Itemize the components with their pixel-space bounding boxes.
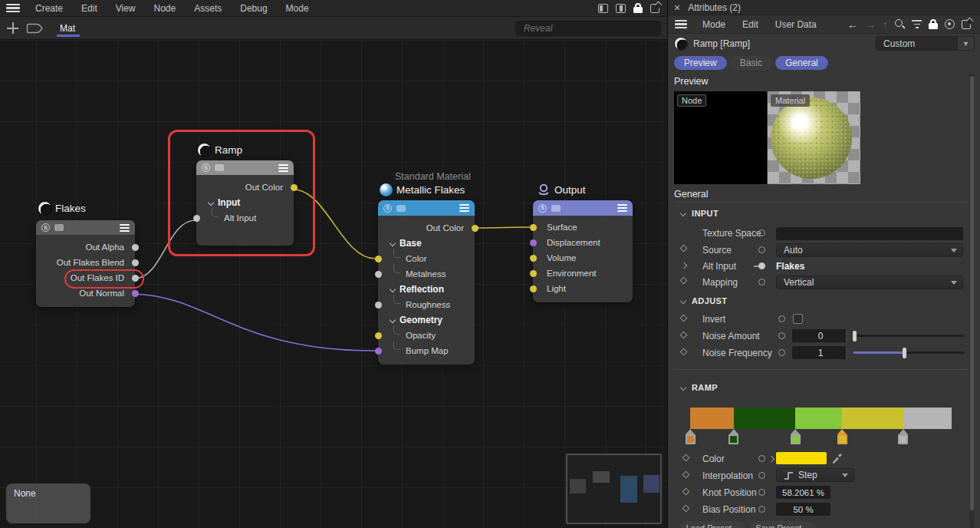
noise-amount-port[interactable] xyxy=(778,332,785,339)
bias-position-keyframe-diamond[interactable] xyxy=(682,505,690,513)
alt-input-port-connected[interactable] xyxy=(758,262,765,269)
slider-handle[interactable] xyxy=(903,348,906,358)
flakes-node[interactable]: S Out Alpha Out Flakes Blend Out Flakes … xyxy=(36,220,135,307)
parent-up-icon[interactable]: ↑ xyxy=(883,19,888,30)
solo-icon[interactable]: S xyxy=(383,204,392,213)
port-dot-roughness[interactable] xyxy=(375,302,382,309)
panel-scrollbar[interactable] xyxy=(969,74,974,528)
eyedropper-icon[interactable] xyxy=(831,451,844,464)
noise-frequency-keyframe-diamond[interactable] xyxy=(680,348,688,356)
lock-icon[interactable] xyxy=(633,3,643,13)
tab-preview[interactable]: Preview xyxy=(674,56,727,70)
ramp-node-header[interactable]: S xyxy=(196,160,294,175)
reflection-group-row[interactable]: Reflection xyxy=(378,282,475,297)
wire-outcolor-to-surface[interactable] xyxy=(475,227,532,228)
detach-window-icon[interactable] xyxy=(650,4,659,13)
color-port[interactable] xyxy=(758,455,765,462)
interpolation-dropdown[interactable]: Step xyxy=(776,468,854,482)
preview-icon[interactable] xyxy=(396,205,406,212)
history-back-icon[interactable]: ← xyxy=(847,19,858,30)
noise-amount-slider[interactable] xyxy=(853,335,965,337)
chevron-right-icon[interactable] xyxy=(768,456,774,462)
solo-icon[interactable]: S xyxy=(41,223,50,232)
mapping-keyframe-diamond[interactable] xyxy=(680,277,688,285)
tab-general[interactable]: General xyxy=(775,56,828,70)
preview-icon[interactable] xyxy=(215,164,224,171)
add-tab-icon[interactable] xyxy=(7,22,18,34)
spinner-handle[interactable] xyxy=(846,346,849,359)
menu-assets[interactable]: Assets xyxy=(185,3,231,14)
wire-outcolor-to-color[interactable] xyxy=(294,190,375,259)
port-dot-opacity[interactable] xyxy=(375,332,382,339)
noise-amount-keyframe-diamond[interactable] xyxy=(680,332,688,339)
solo-icon[interactable]: S xyxy=(538,204,547,213)
port-dot-out-flakes-id[interactable] xyxy=(132,275,139,282)
noise-amount-field[interactable]: 0 xyxy=(792,329,849,342)
metallic-node-header[interactable]: S xyxy=(378,200,475,216)
node-menu-icon[interactable] xyxy=(617,204,627,212)
ramp-section-header[interactable]: RAMP xyxy=(681,383,718,392)
tab-basic[interactable]: Basic xyxy=(730,56,772,70)
wire-flakesid-to-altinput[interactable] xyxy=(134,220,196,279)
menu-edit[interactable]: Edit xyxy=(734,19,767,30)
dropdown-arrow-icon[interactable]: ▼ xyxy=(957,37,974,50)
mapping-dropdown[interactable]: Vertical xyxy=(776,276,963,289)
output-node-header[interactable]: S xyxy=(533,200,633,216)
reveal-search-input[interactable] xyxy=(515,21,661,36)
texture-space-field[interactable] xyxy=(776,227,963,240)
mapping-port[interactable] xyxy=(758,279,765,285)
port-dot-bump-map[interactable] xyxy=(375,348,382,355)
menu-user-data[interactable]: User Data xyxy=(767,19,825,30)
port-dot-out-alpha[interactable] xyxy=(132,244,139,251)
detach-window-icon[interactable] xyxy=(962,20,971,29)
close-icon[interactable]: × xyxy=(674,2,680,13)
metallic-flakes-node[interactable]: S Out Color Base Color Metalness Reflect… xyxy=(378,200,475,365)
source-port[interactable] xyxy=(758,246,765,253)
geometry-group-row[interactable]: Geometry xyxy=(378,312,475,328)
node-menu-icon[interactable] xyxy=(459,204,469,212)
lock-icon[interactable] xyxy=(929,19,938,29)
load-preset-button[interactable]: Load Preset... xyxy=(680,521,745,528)
preview-icon[interactable] xyxy=(551,205,561,212)
filter-icon[interactable] xyxy=(912,20,922,28)
spinner-handle[interactable] xyxy=(846,329,849,342)
port-dot-light[interactable] xyxy=(530,285,537,292)
source-dropdown[interactable]: Auto xyxy=(776,243,963,257)
chevron-down-icon[interactable] xyxy=(680,298,686,304)
source-keyframe-diamond[interactable] xyxy=(680,245,688,252)
ramp-knot[interactable] xyxy=(685,429,696,444)
menu-edit[interactable]: Edit xyxy=(72,3,107,14)
chevron-down-icon[interactable] xyxy=(390,317,396,323)
port-dot-alt-input[interactable] xyxy=(193,215,200,222)
material-tag-icon[interactable] xyxy=(26,22,44,35)
track-focus-icon[interactable] xyxy=(945,19,955,29)
hamburger-menu-icon[interactable] xyxy=(675,20,687,28)
input-section-header[interactable]: INPUT xyxy=(681,209,719,218)
chevron-down-icon[interactable] xyxy=(680,210,686,216)
ramp-knot[interactable] xyxy=(898,429,909,444)
chevron-down-icon[interactable] xyxy=(208,200,214,206)
bias-position-field[interactable]: 50 % xyxy=(776,503,830,516)
preview-icon[interactable] xyxy=(54,224,64,231)
noise-frequency-slider[interactable] xyxy=(853,351,965,354)
menu-view[interactable]: View xyxy=(107,3,145,14)
interpolation-port[interactable] xyxy=(758,472,765,479)
navigator-minimap[interactable] xyxy=(566,454,662,524)
node-menu-icon[interactable] xyxy=(278,164,288,172)
layout-center-panel-icon[interactable] xyxy=(616,4,626,13)
chevron-right-icon[interactable] xyxy=(681,262,687,269)
noise-frequency-port[interactable] xyxy=(778,349,785,356)
ramp-knot[interactable] xyxy=(728,429,739,444)
ramp-knot[interactable] xyxy=(790,429,801,444)
port-dot-surface[interactable] xyxy=(530,224,537,231)
port-dot-displacement[interactable] xyxy=(530,239,537,246)
noise-frequency-field[interactable]: 1 xyxy=(792,346,849,359)
tab-mat[interactable]: Mat xyxy=(55,17,80,40)
adjust-section-header[interactable]: ADJUST xyxy=(681,296,727,305)
history-forward-icon[interactable]: → xyxy=(865,19,876,30)
texture-space-port[interactable] xyxy=(758,229,765,236)
port-dot-out-color[interactable] xyxy=(291,184,298,191)
menu-debug[interactable]: Debug xyxy=(231,3,276,14)
scrollbar-thumb[interactable] xyxy=(970,76,974,510)
node-menu-icon[interactable] xyxy=(120,224,130,232)
